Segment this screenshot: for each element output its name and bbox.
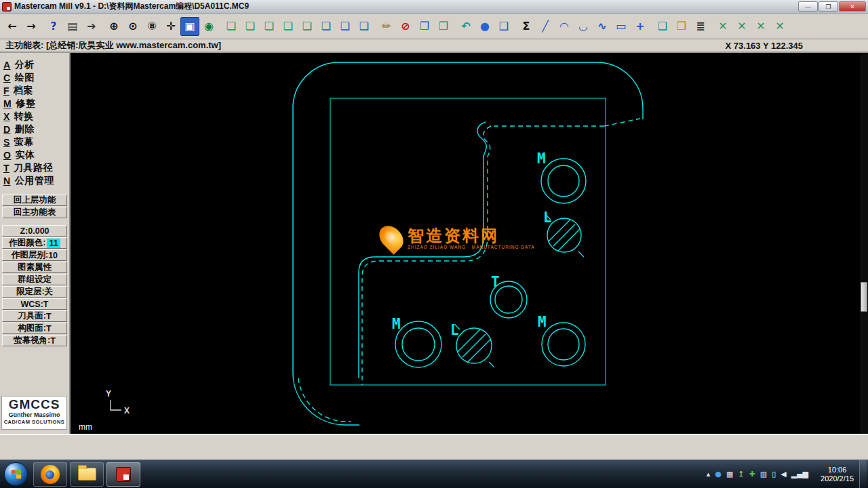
explorer-button[interactable] [70, 462, 104, 487]
gview-side-button[interactable]: ❏ [298, 17, 317, 36]
file-notes-button[interactable]: ▤ [63, 17, 82, 36]
window-title: Mastercam Mill v9.1 - D:\资料网Mastercam编程\… [14, 1, 797, 12]
gview-front-icon: ❏ [283, 20, 293, 33]
draw-color-button[interactable]: 作图颜色:11 [2, 237, 67, 249]
tool-plane-button[interactable]: 刀具面: T [2, 310, 67, 322]
folder-icon [78, 468, 96, 481]
menu-item-a[interactable]: A分析 [0, 58, 69, 71]
network-icon[interactable]: ▂▄▆ [791, 470, 808, 478]
entity-attributes-button[interactable]: 图素属性 [2, 262, 67, 273]
create-spline-button[interactable]: ∿ [593, 17, 612, 36]
gview-axonometric-button[interactable]: ❏ [241, 17, 260, 36]
clock-date: 2020/2/15 [821, 474, 854, 483]
menu-item-t[interactable]: T刀具路径 [0, 161, 69, 174]
show-hidden-icon[interactable]: ▴ [707, 470, 711, 478]
trim-2-button[interactable]: ✕ [732, 17, 751, 36]
select-help-button[interactable]: ➔ [82, 17, 101, 36]
vertical-scrollbar[interactable] [860, 53, 868, 434]
zoom-previous-button[interactable]: ⊙ [123, 17, 142, 36]
back-arrow-button[interactable]: ← [3, 17, 22, 36]
firefox-button[interactable] [33, 462, 67, 487]
app-blue-icon[interactable]: ● [715, 470, 722, 478]
gview-front-button[interactable]: ❏ [279, 17, 298, 36]
create-point-button[interactable]: + [631, 17, 650, 36]
maximize-button[interactable]: ❐ [818, 1, 838, 12]
zoom-in-button[interactable]: ⊕ [104, 17, 123, 36]
z-depth-button[interactable]: Z: 0.000 [2, 225, 67, 237]
draw-level-button[interactable]: 作图层别: 10 [2, 249, 67, 261]
menu-item-m[interactable]: M修整 [0, 97, 69, 110]
zoom-in-icon: ⊕ [109, 20, 118, 33]
toolpath-folder-button[interactable]: ❒ [672, 17, 691, 36]
repaint-icon: ✏ [382, 20, 391, 33]
shading-button[interactable]: ● [475, 17, 494, 36]
security-icon[interactable]: ✚ [749, 470, 755, 478]
zoom-scale-08-button[interactable]: ⑧ [142, 17, 161, 36]
gview-isometric-icon: ❏ [226, 20, 236, 33]
create-line-button[interactable]: ╱ [536, 17, 555, 36]
watermark-text: 智造资料网 [408, 227, 535, 245]
menu-item-d[interactable]: D删除 [0, 123, 69, 136]
zoom-window-button[interactable]: ▣ [180, 17, 199, 36]
help-button[interactable]: ? [44, 17, 63, 36]
wcs-button[interactable]: WCS: T [2, 298, 67, 310]
status-label: 萤幕视角: [14, 335, 50, 346]
clear-colors-button[interactable]: ⊘ [396, 17, 415, 36]
trim-1-button[interactable]: ✕ [713, 17, 732, 36]
taskbar-clock[interactable]: 10:06 2020/2/15 [821, 466, 854, 483]
screen-paste-button[interactable]: ❐ [434, 17, 453, 36]
cplane-side-button[interactable]: ❏ [355, 17, 374, 36]
menu-item-s[interactable]: S萤幕 [0, 136, 69, 148]
repaint-button[interactable]: ✏ [377, 17, 396, 36]
menu-item-c[interactable]: C绘图 [0, 71, 69, 84]
menu-path: 主功能表: [总经销:欣昊实业 www.mastercam.com.tw] [5, 39, 221, 52]
screen-copy-button[interactable]: ❐ [415, 17, 434, 36]
trim-divide-button[interactable]: ✕ [770, 17, 789, 36]
close-button[interactable]: ✕ [839, 1, 866, 12]
volume-icon[interactable]: ◀ [781, 470, 786, 478]
mastercam-taskbar-button[interactable] [106, 462, 140, 487]
operations-manager-button[interactable]: ≣ [691, 17, 710, 36]
gview-top-button[interactable]: ❏ [260, 17, 279, 36]
menu-item-x[interactable]: X转换 [0, 110, 69, 123]
gview-isometric-button[interactable]: ❏ [222, 17, 241, 36]
main-menu-button[interactable]: 回主功能表 [2, 207, 67, 218]
minimize-button[interactable]: — [798, 1, 818, 12]
menu-item-o[interactable]: O实体 [0, 148, 69, 161]
ime-icon[interactable]: ▦ [726, 470, 733, 478]
create-fillet-button[interactable]: ◡ [574, 17, 593, 36]
hole-label-m-5: M [538, 314, 547, 330]
cplane-front-button[interactable]: ❏ [336, 17, 355, 36]
menu-item-n[interactable]: N公用管理 [0, 174, 69, 187]
sigma-button[interactable]: Σ [517, 17, 536, 36]
cplane-top-button[interactable]: ❏ [317, 17, 336, 36]
status-label: 构图面: [18, 323, 46, 334]
trim-3-button[interactable]: ✕ [751, 17, 770, 36]
menu-item-f[interactable]: F档案 [0, 84, 69, 97]
forward-arrow-button[interactable]: → [22, 17, 41, 36]
cplane-side-icon: ❏ [359, 20, 369, 33]
undo-button[interactable]: ↶ [456, 17, 475, 36]
back-up-menu-button[interactable]: 回上层功能 [2, 195, 67, 206]
drawing-canvas[interactable]: Y X mm MLTMLM 智造资料网 ZHIZAO ZILIAO WANG ·… [71, 53, 860, 434]
clock-time: 10:06 [821, 466, 854, 474]
scrollbar-thumb[interactable] [861, 282, 867, 312]
screen-view-button[interactable]: 萤幕视角: T [2, 335, 67, 346]
create-arc-button[interactable]: ◠ [555, 17, 574, 36]
solids-cube-button[interactable]: ❏ [653, 17, 672, 36]
device-icon[interactable]: ▯ [772, 470, 776, 478]
upload-icon[interactable]: ↥ [738, 470, 744, 478]
zoom-target-button[interactable]: ◉ [199, 17, 218, 36]
undo-icon: ↶ [461, 20, 470, 33]
show-desktop-button[interactable] [859, 460, 867, 488]
pan-button[interactable]: ✛ [161, 17, 180, 36]
drill-hole-bottom-L [454, 324, 494, 367]
toolbar: ←→?▤➔⊕⊙⑧✛▣◉❏❏❏❏❏❏❏❏✏⊘❐❐↶●❑Σ╱◠◡∿▭+❏❒≣✕✕✕✕ [0, 14, 868, 39]
construction-plane-button[interactable]: 构图面: T [2, 323, 67, 334]
start-button[interactable] [4, 462, 28, 486]
stats-window-button[interactable]: ❑ [494, 17, 513, 36]
create-rectangle-button[interactable]: ▭ [612, 17, 631, 36]
limit-level-button[interactable]: 限定层: 关 [2, 286, 67, 298]
group-settings-button[interactable]: 群组设定 [2, 274, 67, 285]
display-icon[interactable]: ▥ [760, 470, 767, 478]
